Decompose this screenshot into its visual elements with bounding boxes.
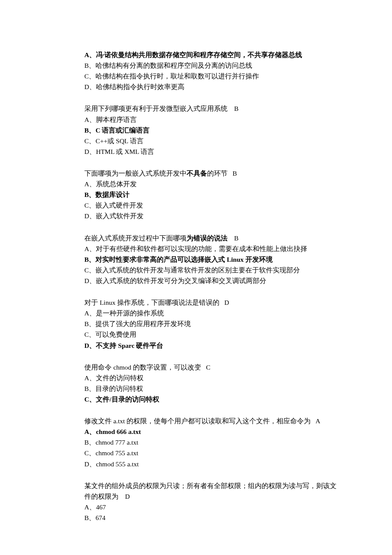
answer-key: D [224, 299, 229, 306]
option-line: C、可以免费使用 [84, 329, 341, 340]
option-line: A、467 [84, 502, 341, 512]
question-stem: 对于 Linux 操作系统，下面哪项说法是错误的 D [84, 297, 341, 308]
answer-key: B [234, 234, 239, 242]
question-block: 某文件的组外成员的权限为只读；所有者有全部权限；组内的权限为读与写，则该文件的权… [84, 480, 341, 523]
answer-key: D [125, 493, 130, 500]
question-block: 使用命令 chmod 的数字设置，可以改变 CA、文件的访问特权B、目录的访问特… [84, 362, 341, 405]
question-block: 下面哪项为一般嵌入式系统开发中不具备的环节 BA、系统总体开发B、数据库设计C、… [84, 168, 341, 222]
answer-key: B [234, 105, 239, 112]
option-line: B、目录的访问特权 [84, 383, 341, 394]
option-line: C、嵌入式系统的软件开发与通常软件开发的区别主要在于软件实现部分 [84, 265, 341, 275]
option-line: B、数据库设计 [84, 189, 341, 200]
option-line: C、C++或 SQL 语言 [84, 136, 341, 146]
option-line: B、哈佛结构有分离的数据和程序空间及分离的访问总线 [84, 60, 341, 71]
option-line: B、674 [84, 512, 341, 523]
document-page: A、冯·诺依曼结构共用数据存储空间和程序存储空间，不共享存储器总线B、哈佛结构有… [0, 0, 392, 555]
option-line: C、哈佛结构在指令执行时，取址和取数可以进行并行操作 [84, 71, 341, 81]
question-stem-text: 采用下列哪项更有利于开发微型嵌入式应用系统 [84, 105, 234, 112]
option-line: C、文件/目录的访问特权 [84, 394, 341, 405]
option-line: B、提供了强大的应用程序开发环境 [84, 318, 341, 329]
option-line: A、系统总体开发 [84, 179, 341, 189]
question-stem-text: 某文件的组外成员的权限为只读；所有者有全部权限；组内的权限为读与写，则该文件的权… [84, 482, 337, 500]
option-line: A、对于有些硬件和软件都可以实现的功能，需要在成本和性能上做出抉择 [84, 243, 341, 254]
question-stem: 采用下列哪项更有利于开发微型嵌入式应用系统 B [84, 103, 341, 114]
option-line: B、chmod 777 a.txt [84, 437, 341, 448]
option-line: B、对实时性要求非常高的产品可以选择嵌入式 Linux 开发环境 [84, 254, 341, 265]
question-stem-text: 对于 Linux 操作系统，下面哪项说法是错误的 [84, 299, 224, 306]
answer-key: C [206, 364, 210, 371]
question-stem: 在嵌入式系统开发过程中下面哪项为错误的说法 B [84, 233, 341, 243]
option-line: D、chmod 555 a.txt [84, 459, 341, 469]
question-stem: 下面哪项为一般嵌入式系统开发中不具备的环节 B [84, 168, 341, 179]
option-line: A、文件的访问特权 [84, 373, 341, 383]
option-line: A、脚本程序语言 [84, 114, 341, 125]
question-block: 在嵌入式系统开发过程中下面哪项为错误的说法 BA、对于有些硬件和软件都可以实现的… [84, 233, 341, 286]
question-stem-part: 下面哪项为一般嵌入式系统开发中 [84, 170, 187, 177]
question-stem-text: 使用命令 chmod 的数字设置，可以改变 [84, 364, 206, 371]
question-block: A、冯·诺依曼结构共用数据存储空间和程序存储空间，不共享存储器总线B、哈佛结构有… [84, 49, 341, 92]
question-stem-part: 的环节 [207, 170, 233, 177]
question-block: 采用下列哪项更有利于开发微型嵌入式应用系统 BA、脚本程序语言B、C 语言或汇编… [84, 103, 341, 157]
question-stem-part: 不具备 [187, 170, 207, 177]
question-stem: 使用命令 chmod 的数字设置，可以改变 C [84, 362, 341, 373]
option-line: D、嵌入式系统的软件开发可分为交叉编译和交叉调试两部分 [84, 275, 341, 286]
question-block: 修改文件 a.txt 的权限，使每个用户都可以读取和写入这个文件，相应命令为 A… [84, 416, 341, 469]
option-line: A、是一种开源的操作系统 [84, 308, 341, 318]
option-line: D、嵌入式软件开发 [84, 211, 341, 221]
option-line: C、嵌入式硬件开发 [84, 200, 341, 211]
option-line: A、chmod 666 a.txt [84, 426, 341, 437]
answer-key: B [233, 170, 237, 177]
option-line: B、C 语言或汇编语言 [84, 125, 341, 136]
question-stem-part: 为错误的说法 [187, 234, 234, 242]
option-line: C、chmod 755 a.txt [84, 448, 341, 458]
question-stem: 某文件的组外成员的权限为只读；所有者有全部权限；组内的权限为读与写，则该文件的权… [84, 480, 341, 502]
question-block: 对于 Linux 操作系统，下面哪项说法是错误的 DA、是一种开源的操作系统B、… [84, 297, 341, 351]
option-line: D、不支持 Sparc 硬件平台 [84, 340, 341, 351]
option-line: A、冯·诺依曼结构共用数据存储空间和程序存储空间，不共享存储器总线 [84, 49, 341, 60]
question-stem-text: 修改文件 a.txt 的权限，使每个用户都可以读取和写入这个文件，相应命令为 [84, 417, 316, 425]
answer-key: A [316, 417, 320, 425]
question-stem: 修改文件 a.txt 的权限，使每个用户都可以读取和写入这个文件，相应命令为 A [84, 416, 341, 426]
option-line: D、哈佛结构指令执行时效率更高 [84, 81, 341, 92]
option-line: D、HTML 或 XML 语言 [84, 146, 341, 157]
question-stem-part: 在嵌入式系统开发过程中下面哪项 [84, 234, 187, 242]
